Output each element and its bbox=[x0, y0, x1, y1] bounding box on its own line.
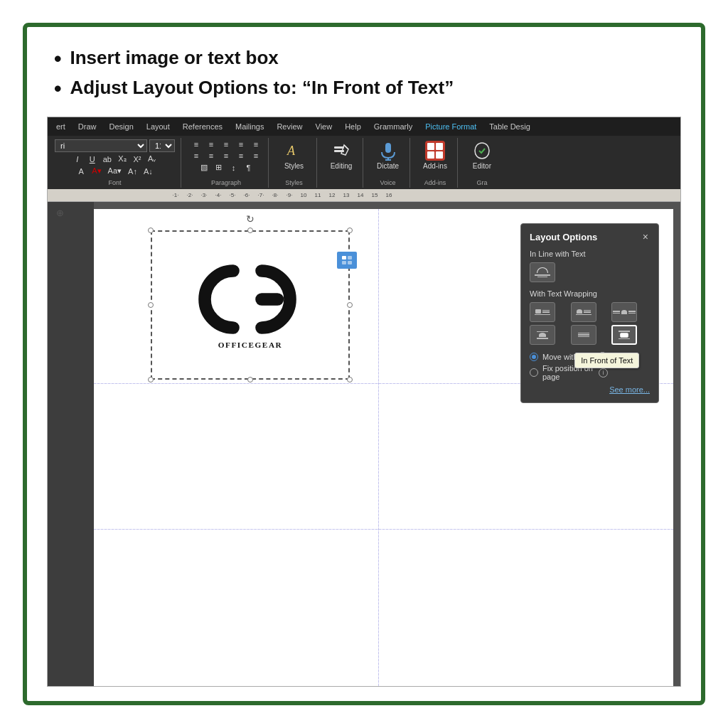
tab-design[interactable]: Design bbox=[104, 120, 139, 133]
ribbon-group-addins: Add-ins Add-ins bbox=[416, 138, 458, 188]
radio-fix-dot[interactable] bbox=[530, 368, 538, 377]
bullets-button[interactable]: ≡ bbox=[190, 139, 203, 149]
para-row3: ▧ ⊞ ↕ ¶ bbox=[198, 162, 255, 173]
addins-button[interactable]: Add-ins bbox=[419, 139, 451, 171]
handle-bot-mid[interactable] bbox=[247, 377, 253, 382]
tab-draw[interactable]: Draw bbox=[73, 120, 102, 133]
editing-icon bbox=[331, 141, 351, 161]
clear-format-button[interactable]: Aᵥ bbox=[146, 154, 159, 164]
underline-button[interactable]: U bbox=[86, 154, 99, 164]
align-right-button[interactable]: ≡ bbox=[220, 151, 232, 161]
styles-icon: A bbox=[284, 141, 304, 161]
bullet-item-2: Adjust Layout Options to: “In Front of T… bbox=[54, 74, 681, 104]
inline-line1 bbox=[535, 274, 550, 276]
wrap-tight-btn[interactable] bbox=[571, 302, 596, 322]
text-case-button[interactable]: Aa▾ bbox=[106, 166, 124, 176]
font-size-select[interactable]: 11 bbox=[149, 139, 175, 152]
multilevel-button[interactable]: ≡ bbox=[220, 139, 232, 149]
styles-button[interactable]: A Styles bbox=[279, 139, 310, 171]
numbering-button[interactable]: ≡ bbox=[205, 139, 218, 149]
tab-references[interactable]: References bbox=[177, 120, 228, 133]
subscript-button[interactable]: X₂ bbox=[116, 154, 129, 164]
svg-rect-9 bbox=[436, 151, 443, 159]
tab-table-design[interactable]: Table Desig bbox=[483, 120, 535, 133]
addins-group-label: Add-ins bbox=[424, 178, 446, 186]
show-hide-button[interactable]: ¶ bbox=[242, 163, 255, 173]
font-name-select[interactable]: ri bbox=[55, 139, 147, 152]
shading-button[interactable]: ▧ bbox=[198, 162, 210, 173]
inline-text-btn[interactable] bbox=[530, 262, 555, 282]
dictate-button[interactable]: Dictate bbox=[373, 139, 404, 171]
see-more-link[interactable]: See more... bbox=[530, 385, 650, 394]
font-group-label: Font bbox=[108, 178, 121, 186]
ribbon-group-voice: Dictate Voice bbox=[369, 138, 410, 188]
voice-group-label: Voice bbox=[380, 178, 395, 186]
shrink-font-button[interactable]: A↓ bbox=[141, 166, 155, 176]
handle-bot-right[interactable] bbox=[347, 377, 353, 382]
tab-view[interactable]: View bbox=[310, 120, 338, 133]
align-right-icon[interactable]: ≡ bbox=[235, 139, 247, 149]
svg-text:OFFICEGEAR: OFFICEGEAR bbox=[218, 341, 283, 349]
text-highlight-button[interactable]: A bbox=[75, 166, 87, 176]
addins-icon bbox=[425, 141, 445, 161]
tab-help[interactable]: Help bbox=[339, 120, 367, 133]
ribbon-content: ri 11 I U ab X₂ X² Aᵥ A A▾ Aa bbox=[48, 136, 680, 189]
tab-picture-format[interactable]: Picture Format bbox=[419, 120, 482, 133]
grow-font-button[interactable]: A↑ bbox=[126, 166, 139, 176]
handle-mid-left[interactable] bbox=[148, 302, 154, 308]
radio-move-dot[interactable] bbox=[530, 353, 538, 361]
align-center-icon[interactable]: ≡ bbox=[250, 139, 262, 149]
wrap-behind-btn[interactable] bbox=[571, 325, 596, 345]
sort-button[interactable]: ↕ bbox=[228, 163, 240, 173]
align-left-button[interactable]: ≡ bbox=[190, 151, 203, 161]
editing-button[interactable]: Editing bbox=[326, 139, 357, 171]
bullet-item-1: Insert image or text box bbox=[54, 44, 681, 74]
wrap-infront-btn[interactable]: In Front of Text bbox=[611, 325, 637, 345]
panel-close-button[interactable]: × bbox=[641, 231, 650, 242]
handle-bot-left[interactable] bbox=[148, 377, 154, 382]
superscript-button[interactable]: X² bbox=[131, 154, 144, 164]
tab-review[interactable]: Review bbox=[271, 120, 308, 133]
layout-options-icon-btn[interactable] bbox=[337, 252, 357, 269]
fix-info-icon[interactable]: i bbox=[599, 368, 608, 378]
editor-icon bbox=[472, 141, 492, 161]
wrap-through-btn[interactable] bbox=[611, 302, 637, 322]
wrapping-section-title: With Text Wrapping bbox=[530, 289, 650, 298]
svg-text:A: A bbox=[287, 144, 296, 158]
handle-top-mid[interactable] bbox=[247, 228, 253, 233]
indent-button[interactable]: ≡ bbox=[250, 151, 262, 161]
rotate-handle[interactable]: ↻ bbox=[246, 215, 255, 223]
inline-arch-icon bbox=[537, 267, 548, 273]
tab-mailings[interactable]: Mailings bbox=[230, 120, 269, 133]
wrap-square-btn[interactable] bbox=[530, 302, 555, 322]
svg-rect-12 bbox=[342, 256, 346, 259]
borders-button[interactable]: ⊞ bbox=[213, 162, 225, 173]
grid-line-h2 bbox=[94, 529, 673, 530]
styles-group-label: Styles bbox=[285, 178, 303, 186]
handle-top-right[interactable] bbox=[347, 228, 353, 233]
para-row2: ≡ ≡ ≡ ≡ ≡ bbox=[190, 151, 262, 161]
font-color-button[interactable]: A▾ bbox=[90, 166, 103, 176]
wrap-line bbox=[535, 314, 550, 316]
handle-mid-right[interactable] bbox=[347, 302, 353, 308]
tab-grammarly[interactable]: Grammarly bbox=[368, 120, 418, 133]
strikethrough-button[interactable]: ab bbox=[101, 154, 114, 164]
page-white: ↻ bbox=[94, 209, 673, 686]
handle-top-left[interactable] bbox=[148, 228, 154, 233]
justify-button[interactable]: ≡ bbox=[235, 151, 247, 161]
page-area: ⊕ ↻ bbox=[48, 202, 680, 686]
image-content: OFFICEGEAR bbox=[155, 235, 346, 375]
left-sidebar: ⊕ bbox=[48, 202, 94, 686]
inline-section-title: In Line with Text bbox=[530, 250, 650, 258]
bold-button[interactable]: I bbox=[71, 154, 84, 164]
editor-group-label: Gra bbox=[476, 178, 487, 186]
inline-line2 bbox=[537, 277, 547, 278]
wrap-topbottom-btn[interactable] bbox=[530, 325, 555, 345]
tab-ert[interactable]: ert bbox=[50, 120, 71, 133]
tab-layout[interactable]: Layout bbox=[141, 120, 176, 133]
selected-image[interactable]: ↻ bbox=[151, 230, 350, 380]
ribbon-group-editor: Editor Gra bbox=[464, 138, 503, 188]
editor-button[interactable]: Editor bbox=[466, 139, 498, 171]
align-center-button[interactable]: ≡ bbox=[205, 151, 218, 161]
grid-line-v1 bbox=[378, 209, 379, 686]
